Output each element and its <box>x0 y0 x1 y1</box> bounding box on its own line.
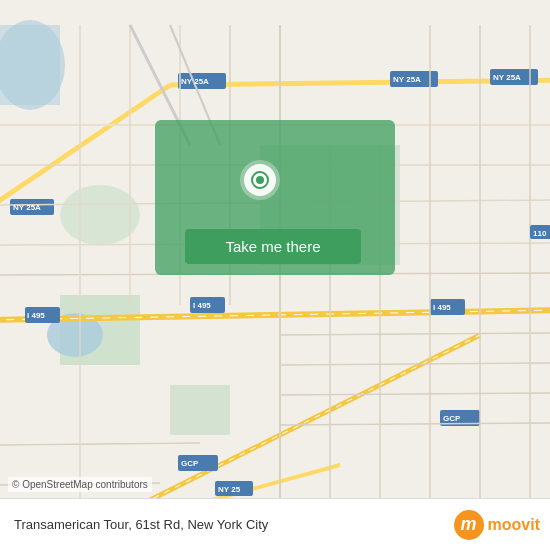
svg-text:I 495: I 495 <box>433 303 451 312</box>
moovit-brand-text: moovit <box>488 516 540 534</box>
svg-rect-3 <box>170 385 230 435</box>
map-roads: I 495 I 495 I 495 GCP GCP NY 25A NY 25A … <box>0 0 550 550</box>
svg-text:I 495: I 495 <box>193 301 211 310</box>
location-label: Transamerican Tour, 61st Rd, New York Ci… <box>14 517 454 532</box>
map-container: I 495 I 495 I 495 GCP GCP NY 25A NY 25A … <box>0 0 550 550</box>
svg-point-4 <box>60 185 140 245</box>
copyright-text: © OpenStreetMap contributors <box>8 477 152 492</box>
svg-text:GCP: GCP <box>181 459 199 468</box>
svg-point-63 <box>256 176 264 184</box>
moovit-logo[interactable]: m moovit <box>454 510 540 540</box>
take-me-there-button[interactable]: Take me there <box>185 229 361 264</box>
svg-text:NY 25A: NY 25A <box>181 77 209 86</box>
svg-text:I 495: I 495 <box>27 311 45 320</box>
svg-text:NY 25A: NY 25A <box>393 75 421 84</box>
moovit-icon: m <box>454 510 484 540</box>
svg-text:110: 110 <box>533 229 547 238</box>
map-pin <box>240 160 280 200</box>
svg-text:GCP: GCP <box>443 414 461 423</box>
svg-text:NY 25A: NY 25A <box>13 203 41 212</box>
svg-text:NY 25A: NY 25A <box>493 73 521 82</box>
svg-text:NY 25: NY 25 <box>218 485 241 494</box>
bottom-bar: Transamerican Tour, 61st Rd, New York Ci… <box>0 498 550 550</box>
